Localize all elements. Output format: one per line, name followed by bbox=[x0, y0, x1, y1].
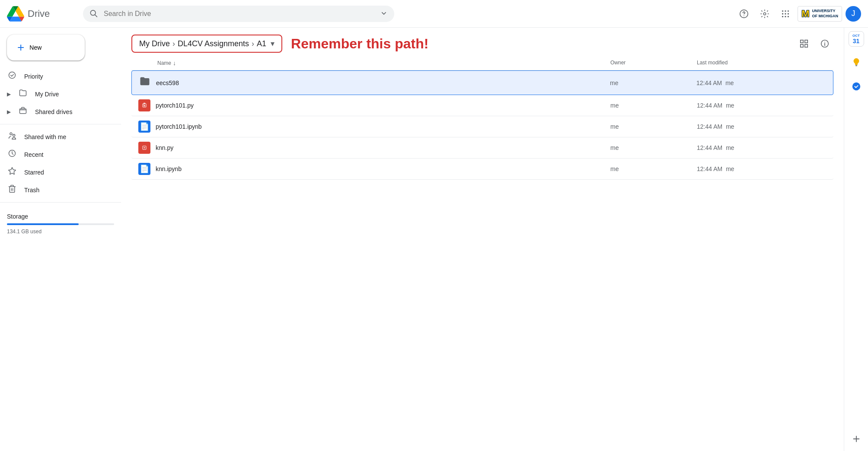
search-input[interactable] bbox=[83, 6, 394, 22]
info-button[interactable] bbox=[816, 35, 833, 52]
breadcrumb-my-drive[interactable]: My Drive bbox=[139, 39, 170, 48]
sidebar-divider-2 bbox=[0, 202, 121, 203]
grid-view-button[interactable] bbox=[795, 35, 813, 52]
svg-rect-22 bbox=[801, 40, 803, 43]
sort-arrow-icon: ↓ bbox=[173, 60, 176, 67]
my-drive-icon bbox=[18, 89, 28, 99]
sidebar-item-trash[interactable]: Trash bbox=[0, 181, 114, 199]
breadcrumb-sep-2: › bbox=[252, 39, 254, 48]
sidebar-item-my-drive[interactable]: ▶ My Drive bbox=[0, 85, 114, 103]
svg-point-3 bbox=[744, 15, 744, 16]
new-button[interactable]: + New bbox=[7, 35, 85, 60]
py-icon-knn bbox=[138, 142, 150, 154]
file-row-eecs598[interactable]: eecs598 me 12:44 AM me bbox=[131, 70, 833, 95]
svg-point-12 bbox=[785, 16, 786, 17]
calendar-day: 31 bbox=[853, 38, 860, 44]
file-name-pytorch101-py: pytorch101.py bbox=[156, 102, 194, 109]
drive-logo-icon bbox=[7, 5, 24, 22]
svg-rect-23 bbox=[805, 40, 807, 43]
sidebar-item-starred[interactable]: Starred bbox=[0, 163, 114, 181]
storage-section: Storage 134.1 GB used bbox=[0, 206, 121, 241]
file-owner-knn-py: me bbox=[610, 144, 697, 151]
sidebar-item-priority-label: Priority bbox=[24, 73, 43, 80]
umich-m: M bbox=[801, 8, 809, 19]
breadcrumb-dl4cv[interactable]: DL4CV Assignments bbox=[178, 39, 249, 48]
topbar: Drive M UNIVERSITYOF MICHIGAN J bbox=[0, 0, 868, 28]
add-panel-button[interactable] bbox=[848, 430, 865, 448]
recent-icon bbox=[7, 149, 17, 160]
file-row-knn-py[interactable]: knn.py me 12:44 AM me bbox=[131, 137, 833, 159]
shared-drives-icon bbox=[18, 106, 28, 117]
avatar[interactable]: J bbox=[846, 6, 861, 22]
sidebar-item-shared-with-me[interactable]: Shared with me bbox=[0, 128, 114, 146]
tasks-button[interactable] bbox=[848, 78, 865, 95]
topbar-right: M UNIVERSITYOF MICHIGAN J bbox=[735, 5, 861, 22]
svg-marker-19 bbox=[9, 168, 16, 175]
svg-point-4 bbox=[763, 13, 766, 15]
file-modified-eecs598: 12:44 AM me bbox=[696, 79, 826, 86]
calendar-month: OCT bbox=[852, 34, 860, 38]
svg-point-13 bbox=[788, 16, 789, 17]
file-name-eecs598: eecs598 bbox=[156, 79, 179, 86]
content-area: My Drive › DL4CV Assignments › A1 ▾ Reme… bbox=[121, 28, 844, 451]
file-row-knn-ipynb[interactable]: 📄 knn.ipynb me 12:44 AM me bbox=[131, 159, 833, 180]
sidebar-item-shared-drives[interactable]: ▶ Shared drives bbox=[0, 103, 114, 121]
my-drive-expand-icon: ▶ bbox=[7, 91, 11, 97]
help-button[interactable] bbox=[735, 5, 753, 22]
logo-area: Drive bbox=[7, 5, 76, 22]
file-name-knn-ipynb: knn.ipynb bbox=[156, 165, 182, 172]
shared-drives-expand-icon: ▶ bbox=[7, 109, 11, 115]
sidebar-item-shared-drives-label: Shared drives bbox=[35, 108, 72, 115]
file-owner-pytorch101-ipynb: me bbox=[610, 123, 697, 130]
search-dropdown-icon[interactable] bbox=[380, 9, 388, 19]
svg-point-16 bbox=[10, 133, 12, 135]
university-logo[interactable]: M UNIVERSITYOF MICHIGAN bbox=[798, 6, 842, 22]
file-list-header: Name ↓ Owner Last modified bbox=[131, 56, 833, 70]
sidebar-item-recent-label: Recent bbox=[24, 151, 43, 158]
starred-icon bbox=[7, 167, 17, 178]
main-layout: + New Priority ▶ My Drive ▶ Shared drive… bbox=[0, 28, 868, 451]
svg-point-10 bbox=[788, 13, 789, 14]
modified-column-header: Last modified bbox=[697, 60, 827, 67]
storage-bar-fill bbox=[7, 223, 79, 225]
breadcrumb-row: My Drive › DL4CV Assignments › A1 ▾ Reme… bbox=[121, 28, 844, 56]
svg-point-7 bbox=[788, 10, 789, 11]
file-modified-pytorch101-ipynb: 12:44 AM me bbox=[697, 123, 827, 130]
storage-used-text: 134.1 GB used bbox=[7, 229, 114, 235]
settings-button[interactable] bbox=[756, 5, 773, 22]
sidebar-item-shared-with-me-label: Shared with me bbox=[24, 133, 66, 140]
name-column-header[interactable]: Name ↓ bbox=[157, 60, 610, 67]
file-name-cell-eecs598: eecs598 bbox=[139, 75, 610, 90]
search-bar bbox=[83, 6, 394, 22]
file-modified-knn-ipynb: 12:44 AM me bbox=[697, 165, 827, 172]
file-row-pytorch101-py[interactable]: pytorch101.py me 12:44 AM me bbox=[131, 95, 833, 116]
keep-button[interactable] bbox=[848, 54, 865, 71]
svg-rect-25 bbox=[805, 44, 807, 47]
search-icon bbox=[89, 9, 98, 19]
svg-point-5 bbox=[782, 10, 783, 11]
file-owner-knn-ipynb: me bbox=[610, 165, 697, 172]
breadcrumb: My Drive › DL4CV Assignments › A1 ▾ bbox=[131, 35, 282, 53]
file-row-pytorch101-ipynb[interactable]: 📄 pytorch101.ipynb me 12:44 AM me bbox=[131, 116, 833, 137]
file-owner-eecs598: me bbox=[610, 79, 696, 86]
file-owner-pytorch101-py: me bbox=[610, 102, 697, 109]
file-name-cell-pytorch101-py: pytorch101.py bbox=[138, 99, 610, 111]
annotation-text: Remember this path! bbox=[291, 36, 428, 52]
owner-column-header: Owner bbox=[610, 60, 697, 67]
sidebar-item-my-drive-label: My Drive bbox=[35, 91, 59, 98]
storage-bar bbox=[7, 223, 114, 225]
sidebar-item-priority[interactable]: Priority bbox=[0, 67, 114, 85]
sidebar-item-recent[interactable]: Recent bbox=[0, 146, 114, 163]
file-name-cell-knn-py: knn.py bbox=[138, 142, 610, 154]
sidebar: + New Priority ▶ My Drive ▶ Shared drive… bbox=[0, 28, 121, 451]
apps-button[interactable] bbox=[777, 5, 794, 22]
sidebar-item-starred-label: Starred bbox=[24, 169, 44, 176]
calendar-button[interactable]: OCT 31 bbox=[849, 31, 864, 47]
breadcrumb-a1: A1 bbox=[257, 39, 266, 48]
breadcrumb-dropdown-icon[interactable]: ▾ bbox=[271, 39, 274, 48]
svg-point-17 bbox=[13, 134, 15, 137]
svg-point-8 bbox=[782, 13, 783, 14]
svg-point-6 bbox=[785, 10, 786, 11]
svg-point-9 bbox=[785, 13, 786, 14]
file-name-knn-py: knn.py bbox=[156, 144, 173, 151]
